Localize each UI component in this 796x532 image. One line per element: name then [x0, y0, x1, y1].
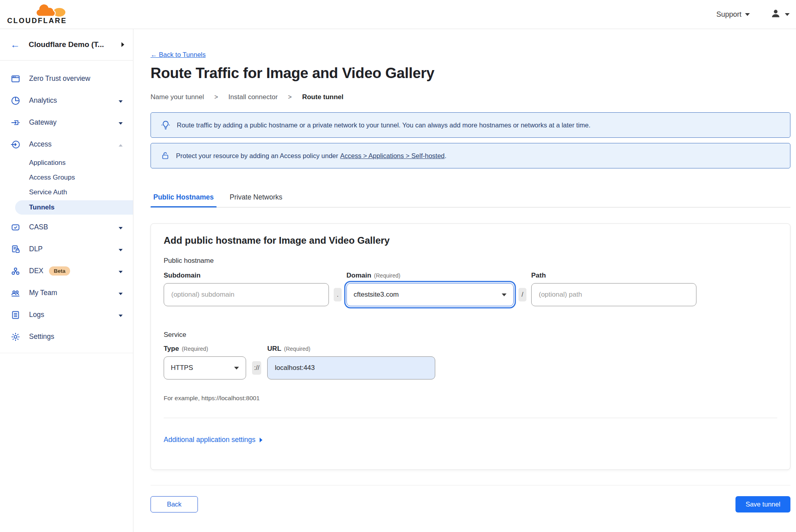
support-menu[interactable]: Support — [716, 10, 750, 19]
chevron-right-icon — [260, 438, 262, 442]
sidebar-item-label: DEX — [29, 267, 43, 275]
lightbulb-icon — [160, 120, 171, 130]
sidebar-item-label: My Team — [29, 289, 57, 297]
sidebar-item-label: Access — [29, 140, 51, 149]
service-section-label: Service — [164, 331, 777, 339]
tab-public-hostnames[interactable]: Public Hostnames — [151, 189, 217, 207]
cloudflare-cloud-icon — [30, 4, 67, 18]
sidebar-item-dex[interactable]: DEX Beta — [0, 260, 133, 282]
chevron-down-icon — [119, 97, 123, 104]
chevron-down-icon — [119, 246, 123, 253]
lock-icon — [160, 151, 170, 160]
sidebar-item-label: Analytics — [29, 96, 57, 105]
card-title: Add public hostname for Image and Video … — [164, 235, 777, 246]
sidebar-item-applications[interactable]: Applications — [0, 155, 133, 170]
breadcrumb-separator: > — [288, 94, 291, 101]
sidebar-item-analytics[interactable]: Analytics — [0, 90, 133, 111]
chevron-down-icon — [119, 224, 123, 231]
dlp-document-lock-icon — [10, 244, 21, 254]
path-label: Path — [531, 272, 696, 280]
access-applications-self-hosted-link[interactable]: Access > Applications > Self-hosted — [340, 152, 444, 159]
footer-actions: Back Save tunnel — [151, 496, 790, 512]
sidebar-divider — [0, 353, 133, 353]
sidebar-item-service-auth[interactable]: Service Auth — [0, 185, 133, 200]
service-type-select[interactable]: HTTPS — [164, 356, 246, 379]
back-to-tunnels-link[interactable]: ← Back to Tunnels — [151, 51, 206, 59]
topbar-right: Support — [716, 8, 790, 20]
required-note: (Required) — [374, 272, 400, 279]
access-policy-banner: Protect your resource by adding an Acces… — [151, 143, 790, 168]
required-note: (Required) — [284, 346, 310, 352]
sidebar-item-label: DLP — [29, 245, 43, 253]
access-icon — [10, 139, 21, 150]
chevron-down-icon — [119, 119, 123, 126]
save-tunnel-button[interactable]: Save tunnel — [735, 496, 790, 512]
sidebar-item-settings[interactable]: Settings — [0, 326, 133, 348]
access-policy-text: Protect your resource by adding an Acces… — [176, 152, 446, 160]
subdomain-label: Subdomain — [164, 272, 329, 280]
subdomain-input[interactable] — [164, 283, 329, 306]
casb-icon — [10, 222, 21, 233]
breadcrumb: Name your tunnel > Install connector > R… — [151, 93, 790, 101]
additional-application-settings-link[interactable]: Additional application settings — [164, 436, 262, 444]
chevron-down-icon — [119, 311, 123, 319]
url-label: URL(Required) — [267, 345, 435, 353]
type-group: Type(Required) HTTPS — [164, 345, 246, 379]
cloudflare-logo-text: CLOUDFLARE — [7, 17, 67, 25]
domain-selected-value: cftestsite3.com — [354, 291, 399, 299]
sidebar-item-access[interactable]: Access — [0, 133, 133, 155]
slash-separator: / — [518, 288, 526, 301]
service-url-input[interactable] — [267, 356, 435, 379]
footer-divider — [151, 485, 790, 485]
chevron-down-icon — [119, 289, 123, 297]
account-name: Cloudflare Demo (T... — [29, 40, 121, 49]
step-install-connector[interactable]: Install connector — [229, 93, 278, 101]
scheme-separator: :// — [252, 361, 261, 375]
dot-separator: . — [334, 288, 342, 301]
public-hostname-card: Add public hostname for Image and Video … — [151, 223, 790, 470]
user-menu[interactable] — [771, 8, 790, 20]
tab-bar: Public Hostnames Private Networks — [151, 189, 790, 207]
sidebar-item-gateway[interactable]: Gateway — [0, 111, 133, 133]
analytics-pie-icon — [10, 96, 21, 106]
sidebar-item-label: Service Auth — [29, 188, 67, 196]
chevron-down-icon — [745, 13, 750, 16]
sidebar-item-dlp[interactable]: DLP — [0, 238, 133, 260]
sidebar: ← Cloudflare Demo (T... Zero Trust overv… — [0, 29, 133, 532]
user-avatar-icon — [771, 8, 781, 20]
chevron-down-icon — [785, 13, 790, 16]
back-button[interactable]: Back — [151, 496, 198, 512]
expand-account-icon[interactable] — [121, 42, 124, 47]
support-label: Support — [716, 10, 741, 19]
overview-window-icon — [10, 74, 21, 84]
sidebar-item-zero-trust-overview[interactable]: Zero Trust overview — [0, 68, 133, 90]
step-name-your-tunnel[interactable]: Name your tunnel — [151, 93, 204, 101]
tip-banner: Route traffic by adding a public hostnam… — [151, 112, 790, 138]
hostname-field-row: Subdomain . Domain(Required) cftestsite3… — [164, 272, 777, 306]
back-arrow-icon[interactable]: ← — [10, 40, 20, 49]
type-selected-value: HTTPS — [171, 364, 193, 372]
page-title: Route Traffic for Image and Video Galler… — [151, 65, 790, 82]
sidebar-item-access-groups[interactable]: Access Groups — [0, 170, 133, 185]
chevron-up-icon — [119, 141, 123, 148]
sidebar-item-label: Access Groups — [29, 174, 75, 182]
additional-settings-label: Additional application settings — [164, 436, 256, 444]
chevron-down-icon — [234, 367, 239, 370]
public-hostname-section-label: Public hostname — [164, 257, 777, 265]
sidebar-item-label: Settings — [29, 332, 54, 341]
chevron-down-icon — [119, 268, 123, 275]
gateway-icon — [10, 117, 21, 128]
required-note: (Required) — [182, 346, 208, 352]
sidebar-item-logs[interactable]: Logs — [0, 304, 133, 326]
cloudflare-logo: CLOUDFLARE — [7, 4, 67, 25]
type-label: Type(Required) — [164, 345, 246, 353]
team-people-icon — [10, 288, 21, 298]
dex-molecule-icon — [10, 266, 21, 276]
sidebar-item-casb[interactable]: CASB — [0, 216, 133, 238]
logs-document-icon — [10, 310, 21, 320]
path-input[interactable] — [531, 283, 696, 306]
sidebar-item-my-team[interactable]: My Team — [0, 282, 133, 304]
sidebar-item-tunnels[interactable]: Tunnels — [15, 200, 133, 215]
tab-private-networks[interactable]: Private Networks — [227, 189, 285, 207]
domain-select[interactable]: cftestsite3.com — [346, 283, 514, 306]
